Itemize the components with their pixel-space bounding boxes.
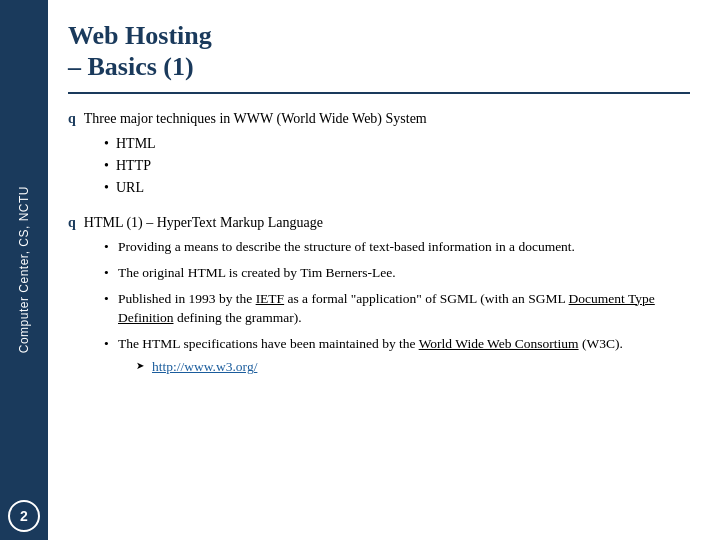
section-2: q HTML (1) – HyperText Markup Language P… bbox=[68, 212, 690, 376]
section-2-list: Providing a means to describe the struct… bbox=[104, 237, 690, 376]
list-item-2: The original HTML is created by Tim Bern… bbox=[104, 263, 690, 283]
section-2-header: q HTML (1) – HyperText Markup Language bbox=[68, 212, 690, 233]
section-1-title: Three major techniques in WWW (World Wid… bbox=[84, 108, 427, 129]
list-item-3: Published in 1993 by the IETF as a forma… bbox=[104, 289, 690, 328]
section-1: q Three major techniques in WWW (World W… bbox=[68, 108, 690, 198]
dtd-link[interactable]: Document Type Definition bbox=[118, 291, 655, 326]
w3c-link[interactable]: World Wide Web Consortium bbox=[419, 336, 579, 351]
sidebar: Computer Center, CS, NCTU 2 bbox=[0, 0, 48, 540]
content-area: q Three major techniques in WWW (World W… bbox=[68, 108, 690, 520]
page-number: 2 bbox=[8, 500, 40, 532]
list-item-4: The HTML specifications have been mainta… bbox=[104, 334, 690, 377]
section-2-title: HTML (1) – HyperText Markup Language bbox=[84, 212, 323, 233]
section-2-bullet: q bbox=[68, 212, 76, 233]
ietf-link[interactable]: IETF bbox=[256, 291, 285, 306]
slide-title: Web Hosting – Basics (1) bbox=[68, 20, 690, 82]
sub-arrow-list: http://www.w3.org/ bbox=[136, 357, 690, 377]
section-1-list: HTML HTTP URL bbox=[104, 133, 690, 198]
list-item: URL bbox=[104, 177, 690, 198]
sidebar-label: Computer Center, CS, NCTU bbox=[16, 186, 33, 353]
list-item: HTTP bbox=[104, 155, 690, 176]
section-1-bullet: q bbox=[68, 108, 76, 129]
list-item-1: Providing a means to describe the struct… bbox=[104, 237, 690, 257]
title-divider bbox=[68, 92, 690, 94]
section-1-header: q Three major techniques in WWW (World W… bbox=[68, 108, 690, 129]
list-item: HTML bbox=[104, 133, 690, 154]
w3-link-item: http://www.w3.org/ bbox=[136, 357, 690, 377]
w3org-link[interactable]: http://www.w3.org/ bbox=[152, 359, 257, 374]
main-content: Web Hosting – Basics (1) q Three major t… bbox=[48, 0, 720, 540]
